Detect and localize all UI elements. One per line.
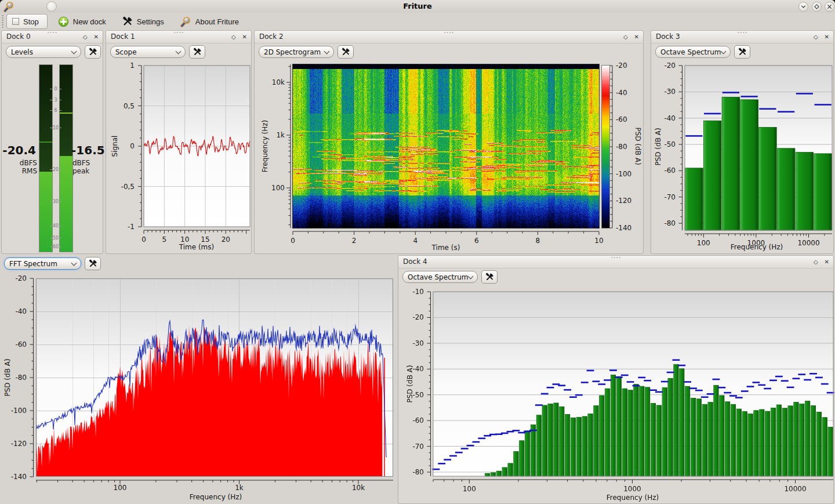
octave-spectrum-4-plot: -10-20-30-40-50-60-70-80100100010000	[398, 256, 834, 504]
microphone-icon	[180, 16, 191, 27]
spectrogram-ylabel: Frequency (Hz)	[261, 120, 269, 173]
svg-text:100: 100	[271, 184, 285, 192]
main-toolbar: Stop New dock Settings About Friture	[0, 13, 835, 30]
window-restore-button[interactable]	[812, 2, 822, 12]
svg-text:-60: -60	[664, 166, 676, 175]
fft-ylabel: PSD (dB A)	[3, 358, 12, 396]
svg-text:10: 10	[594, 237, 603, 245]
svg-text:-20: -20	[15, 274, 27, 282]
svg-text:15: 15	[201, 235, 209, 244]
stop-label: Stop	[23, 17, 39, 26]
svg-text:-60: -60	[15, 340, 27, 349]
dock-3: Dock 3 ◇✕ Octave Spectrum -20-30-40-50-6…	[651, 30, 834, 254]
tools-icon	[122, 16, 133, 27]
colorbar	[602, 66, 609, 228]
dock3-ylabel: PSD (dB A)	[654, 128, 662, 165]
spectrogram-xlabel: Time (s)	[432, 244, 460, 252]
levels-widget: 036102030405060	[2, 31, 104, 255]
level-meter	[39, 64, 53, 252]
new-dock-button[interactable]: New dock	[52, 14, 112, 29]
window-close-button[interactable]	[825, 2, 834, 12]
svg-text:-20: -20	[616, 61, 627, 70]
svg-text:-20: -20	[664, 61, 676, 70]
rms-unit: dBFS	[2, 159, 37, 167]
svg-text:-40: -40	[15, 307, 27, 316]
meter-scale-tick: 40	[52, 224, 59, 229]
meter-scale-tick: 30	[52, 200, 59, 204]
stop-button[interactable]: Stop	[6, 14, 48, 29]
svg-text:8: 8	[536, 237, 540, 245]
d4-svg: -10-20-30-40-50-60-70-80100100010000	[398, 256, 834, 504]
svg-text:-40: -40	[412, 365, 424, 373]
dock-2: Dock 2 ◇✕ 2D Spectrogram 10k1k1000246810…	[254, 30, 644, 254]
close-icon	[827, 4, 832, 9]
svg-text:10000: 10000	[797, 239, 819, 247]
meter-scale-tick: 0	[52, 87, 59, 92]
scope-svg: 10,50-0,5-105101520	[106, 31, 252, 255]
dock-4: Dock 4 ◇✕ Octave Spectrum -10-20-30-40-5…	[398, 255, 834, 504]
level-meter	[59, 64, 73, 252]
svg-text:10: 10	[180, 235, 189, 244]
peak-value: -16.5	[71, 143, 105, 157]
settings-label: Settings	[137, 17, 164, 26]
settings-button[interactable]: Settings	[117, 14, 170, 29]
dock-1: Dock 1 ◇✕ Scope 10,50-0,5-105101520 Sign…	[106, 30, 252, 254]
svg-text:-40: -40	[664, 114, 676, 122]
meter-scale-tick: 6	[52, 108, 59, 113]
rms-label: RMS	[2, 167, 37, 175]
svg-text:1000: 1000	[623, 485, 641, 493]
svg-text:4: 4	[413, 237, 418, 245]
dock-0: Dock 0 ◇✕ Levels 036102030405060 -20.4 d…	[1, 30, 103, 254]
svg-text:-80: -80	[412, 468, 424, 476]
dock4-ylabel: PSD (dB A)	[406, 365, 414, 403]
svg-text:5: 5	[162, 235, 167, 244]
toolbar-drag-handle[interactable]	[1, 14, 4, 28]
peak-hold-mark	[39, 142, 52, 143]
rms-value: -20.4	[2, 143, 36, 157]
peak-label: peak	[72, 167, 89, 175]
scope-xlabel: Time (ms)	[179, 243, 215, 251]
app-window: Friture Stop New dock Settings About Fri…	[0, 0, 835, 504]
svg-text:-80: -80	[664, 219, 676, 227]
svg-text:1k: 1k	[235, 484, 244, 492]
svg-text:-70: -70	[664, 193, 676, 201]
svg-text:1k: 1k	[276, 131, 285, 139]
about-label: About Friture	[195, 17, 239, 26]
chevron-down-icon	[801, 4, 806, 9]
new-dock-label: New dock	[73, 17, 106, 26]
dock4-xlabel: Frequency (Hz)	[607, 494, 659, 502]
dock3-xlabel: Frequency (Hz)	[731, 243, 783, 251]
svg-text:20: 20	[222, 235, 230, 244]
svg-text:0: 0	[130, 142, 135, 150]
window-titlebar[interactable]: Friture	[0, 0, 835, 13]
svg-text:-10: -10	[412, 288, 424, 296]
svg-text:-30: -30	[412, 339, 424, 347]
svg-text:10k: 10k	[272, 78, 285, 86]
spectrogram-image	[293, 64, 599, 228]
svg-text:-120: -120	[11, 440, 27, 448]
svg-text:-140: -140	[616, 224, 631, 232]
peak-unit: dBFS	[72, 159, 90, 167]
meter-scale-tick: 20	[52, 168, 59, 172]
svg-text:-1: -1	[128, 223, 135, 231]
svg-text:-50: -50	[412, 391, 424, 399]
window-minimize-button[interactable]	[798, 2, 808, 12]
scope-plot: 10,50-0,5-105101520	[106, 31, 252, 257]
svg-text:-50: -50	[664, 140, 676, 148]
meter-scale-tick: 50	[52, 236, 59, 241]
svg-text:10k: 10k	[352, 484, 365, 492]
window-title: Friture	[0, 2, 835, 10]
svg-text:-40: -40	[616, 89, 627, 97]
about-button[interactable]: About Friture	[175, 14, 245, 29]
svg-text:0: 0	[291, 237, 295, 245]
d3-svg: -20-30-40-50-60-70-80100100010000	[651, 31, 834, 255]
svg-text:100: 100	[463, 485, 476, 493]
svg-text:-120: -120	[616, 197, 631, 205]
octave-spectrum-3-plot: -20-30-40-50-60-70-80100100010000	[651, 31, 834, 257]
svg-text:1: 1	[130, 61, 135, 70]
svg-text:100: 100	[114, 484, 127, 492]
svg-text:10000: 10000	[784, 485, 806, 493]
svg-text:-80: -80	[616, 143, 627, 151]
svg-text:-140: -140	[11, 473, 27, 481]
svg-text:-60: -60	[412, 416, 424, 425]
